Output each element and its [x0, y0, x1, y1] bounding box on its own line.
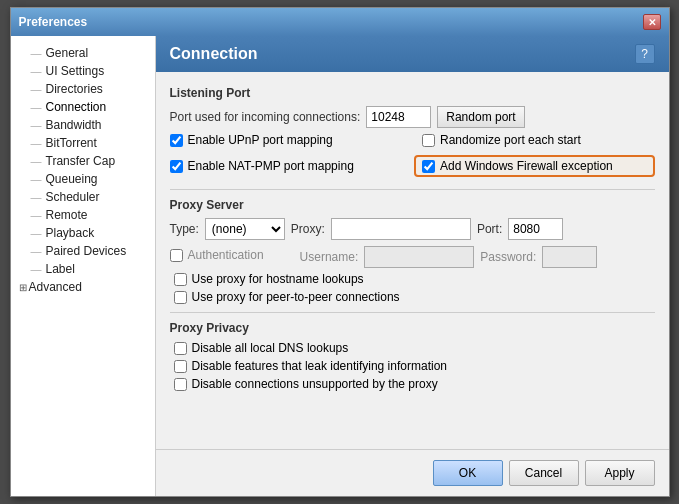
upnp-checkbox[interactable] [170, 134, 183, 147]
unsupported-checkbox[interactable] [174, 378, 187, 391]
nat-label: Enable NAT-PMP port mapping [188, 159, 354, 173]
title-bar: Preferences ✕ [11, 8, 669, 36]
randomize-checkbox[interactable] [422, 134, 435, 147]
sidebar-item-paired-devices[interactable]: — Paired Devices [11, 242, 155, 260]
divider-1 [170, 189, 655, 190]
auth-checkbox-row: Authentication [170, 248, 264, 262]
title-bar-buttons: ✕ [643, 14, 661, 30]
firewall-checkbox[interactable] [422, 160, 435, 173]
bottom-bar: OK Cancel Apply [156, 449, 669, 496]
proxy-type-select[interactable]: (none) HTTP SOCKS4 SOCKS5 [205, 218, 285, 240]
hostname-label: Use proxy for hostname lookups [192, 272, 364, 286]
sidebar-item-transfer-cap[interactable]: — Transfer Cap [11, 152, 155, 170]
proxy-port-input[interactable] [508, 218, 563, 240]
main-panel: Connection ? Listening Port Port used fo… [156, 36, 669, 496]
firewall-label: Add Windows Firewall exception [440, 159, 613, 173]
window-title: Preferences [19, 15, 88, 29]
proxy-label: Proxy: [291, 222, 325, 236]
sidebar-item-connection[interactable]: — Connection [11, 98, 155, 116]
listening-port-label: Listening Port [170, 86, 655, 100]
sidebar-item-directories[interactable]: — Directories [11, 80, 155, 98]
upnp-label: Enable UPnP port mapping [188, 133, 333, 147]
content-area: — General — UI Settings — Directories — … [11, 36, 669, 496]
username-label: Username: [300, 250, 359, 264]
close-button[interactable]: ✕ [643, 14, 661, 30]
preferences-window: Preferences ✕ — General — UI Settings — … [10, 7, 670, 497]
type-label: Type: [170, 222, 199, 236]
sidebar-item-ui-settings[interactable]: — UI Settings [11, 62, 155, 80]
sidebar-item-playback[interactable]: — Playback [11, 224, 155, 242]
sidebar: — General — UI Settings — Directories — … [11, 36, 156, 496]
leak-label: Disable features that leak identifying i… [192, 359, 447, 373]
nat-firewall-row: Enable NAT-PMP port mapping Add Windows … [170, 155, 655, 181]
proxy-port-label: Port: [477, 222, 502, 236]
panel-title: Connection [170, 45, 258, 63]
password-label: Password: [480, 250, 536, 264]
divider-2 [170, 312, 655, 313]
auth-row: Authentication Username: Password: [170, 246, 655, 268]
random-port-button[interactable]: Random port [437, 106, 524, 128]
username-input[interactable] [364, 246, 474, 268]
upnp-checkbox-row: Enable UPnP port mapping [170, 133, 403, 147]
auth-checkbox[interactable] [170, 249, 183, 262]
password-input[interactable] [542, 246, 597, 268]
panel-header: Connection ? [156, 36, 669, 72]
sidebar-item-general[interactable]: — General [11, 44, 155, 62]
proxy-type-row: Type: (none) HTTP SOCKS4 SOCKS5 Proxy: P… [170, 218, 655, 240]
sidebar-item-bittorrent[interactable]: — BitTorrent [11, 134, 155, 152]
proxy-server-label: Proxy Server [170, 198, 655, 212]
proxy-privacy-label: Proxy Privacy [170, 321, 655, 335]
proxy-input[interactable] [331, 218, 471, 240]
port-description-label: Port used for incoming connections: [170, 110, 361, 124]
dns-checkbox-row: Disable all local DNS lookups [174, 341, 655, 355]
unsupported-label: Disable connections unsupported by the p… [192, 377, 438, 391]
nat-checkbox[interactable] [170, 160, 183, 173]
unsupported-checkbox-row: Disable connections unsupported by the p… [174, 377, 655, 391]
auth-label: Authentication [188, 248, 264, 262]
port-row: Port used for incoming connections: Rand… [170, 106, 655, 128]
p2p-label: Use proxy for peer-to-peer connections [192, 290, 400, 304]
dns-label: Disable all local DNS lookups [192, 341, 349, 355]
hostname-checkbox[interactable] [174, 273, 187, 286]
leak-checkbox-row: Disable features that leak identifying i… [174, 359, 655, 373]
upnp-row: Enable UPnP port mapping Randomize port … [170, 133, 655, 151]
sidebar-item-remote[interactable]: — Remote [11, 206, 155, 224]
cancel-button[interactable]: Cancel [509, 460, 579, 486]
port-input[interactable] [366, 106, 431, 128]
sidebar-item-advanced[interactable]: ⊞ Advanced [11, 278, 155, 296]
firewall-checkbox-row: Add Windows Firewall exception [414, 155, 655, 177]
apply-button[interactable]: Apply [585, 460, 655, 486]
panel-body: Listening Port Port used for incoming co… [156, 72, 669, 449]
sidebar-item-queueing[interactable]: — Queueing [11, 170, 155, 188]
sidebar-item-label[interactable]: — Label [11, 260, 155, 278]
dns-checkbox[interactable] [174, 342, 187, 355]
sidebar-item-bandwidth[interactable]: — Bandwidth [11, 116, 155, 134]
p2p-checkbox-row: Use proxy for peer-to-peer connections [174, 290, 655, 304]
p2p-checkbox[interactable] [174, 291, 187, 304]
sidebar-item-scheduler[interactable]: — Scheduler [11, 188, 155, 206]
nat-checkbox-row: Enable NAT-PMP port mapping [170, 155, 395, 177]
randomize-checkbox-row: Randomize port each start [422, 133, 655, 147]
help-button[interactable]: ? [635, 44, 655, 64]
hostname-checkbox-row: Use proxy for hostname lookups [174, 272, 655, 286]
randomize-label: Randomize port each start [440, 133, 581, 147]
leak-checkbox[interactable] [174, 360, 187, 373]
ok-button[interactable]: OK [433, 460, 503, 486]
expand-icon: ⊞ [19, 282, 27, 293]
